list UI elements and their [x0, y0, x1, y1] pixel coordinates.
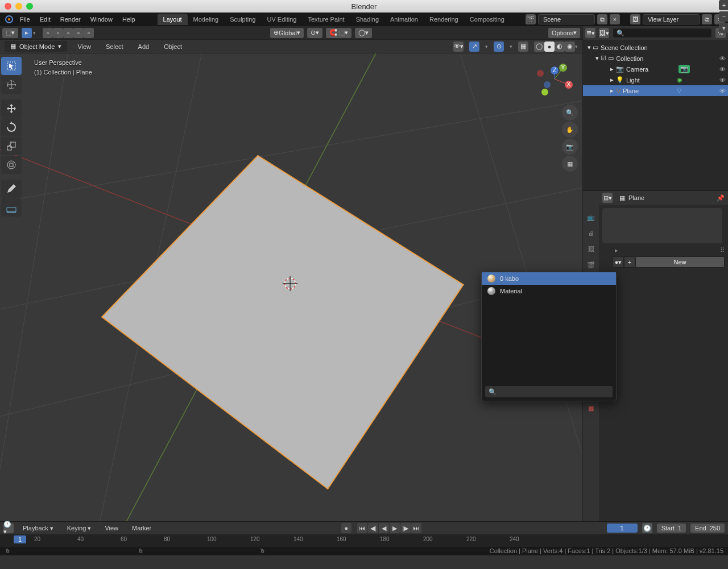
shading-material-icon[interactable]: ◐: [555, 41, 565, 52]
outliner-item-plane[interactable]: ▸▽Plane ▽ 👁: [583, 85, 728, 96]
material-slot-menu-button[interactable]: ▾: [719, 23, 728, 33]
viewport-menu-view[interactable]: View: [73, 41, 96, 52]
tab-compositing[interactable]: Compositing: [464, 14, 510, 25]
timeline-view-menu[interactable]: View: [100, 522, 123, 534]
close-window-button[interactable]: [5, 3, 11, 10]
light-data-icon[interactable]: ◉: [677, 76, 682, 84]
end-frame-input[interactable]: 250: [710, 525, 720, 531]
outliner-item-camera[interactable]: ▸📷Camera 📷 👁: [583, 64, 728, 74]
timeline-playback-menu[interactable]: Playback ▾: [18, 522, 58, 534]
material-option-0-kabo[interactable]: 0 kabo: [482, 272, 616, 285]
xray-toggle-icon[interactable]: ▦: [518, 41, 528, 52]
minimize-window-button[interactable]: [15, 3, 22, 10]
editor-type-icon[interactable]: ⬚▾: [2, 28, 18, 38]
mesh-data-icon[interactable]: ▽: [677, 87, 681, 94]
tool-select-box[interactable]: [1, 57, 22, 75]
tab-sculpting[interactable]: Sculpting: [224, 14, 261, 25]
timeline-keying-menu[interactable]: Keying ▾: [63, 522, 96, 534]
visibility-toggle-icon[interactable]: 👁: [719, 88, 726, 94]
properties-breadcrumb[interactable]: Plane: [628, 194, 644, 201]
jump-next-keyframe-button[interactable]: |▶: [400, 523, 411, 533]
selmode-subtract-icon[interactable]: ▫: [63, 28, 73, 38]
mode-dropdown[interactable]: ▦ Object Mode ▾: [5, 41, 67, 52]
viewport-menu-object[interactable]: Object: [159, 41, 187, 52]
jump-prev-keyframe-button[interactable]: ◀|: [368, 523, 378, 533]
outliner-search-input[interactable]: 🔍: [613, 28, 712, 38]
overlays-toggle-icon[interactable]: ⊙: [494, 41, 504, 52]
current-frame-input[interactable]: 1: [607, 524, 638, 533]
prop-tab-texture[interactable]: ▩: [583, 400, 599, 416]
frame-lock-icon[interactable]: 🕐: [642, 523, 652, 533]
gizmos-toggle-icon[interactable]: ↗: [469, 41, 479, 52]
tab-uv-editing[interactable]: UV Editing: [261, 14, 302, 25]
viewport-menu-add[interactable]: Add: [134, 41, 154, 52]
tab-texture-paint[interactable]: Texture Paint: [302, 14, 350, 25]
orientation-dropdown[interactable]: ⊕ Global ▾: [270, 28, 304, 38]
menu-file[interactable]: File: [15, 14, 35, 25]
menu-edit[interactable]: Edit: [35, 14, 55, 25]
scene-browse-icon[interactable]: 🎬: [526, 14, 536, 24]
drag-handle-icon[interactable]: ⠿: [720, 247, 725, 254]
selmode-new-icon[interactable]: ▫: [43, 28, 53, 38]
options-dropdown[interactable]: Options ▾: [548, 28, 580, 38]
viewlayer-browse-icon[interactable]: 🖼: [630, 14, 640, 24]
material-slot-list[interactable]: [602, 208, 722, 243]
visibility-toggle-icon[interactable]: 👁: [719, 77, 726, 84]
blender-logo-icon[interactable]: [3, 14, 15, 25]
outliner-display-icon[interactable]: 🖼▾: [599, 28, 609, 38]
fullscreen-window-button[interactable]: [26, 3, 33, 10]
viewlayer-copy-icon[interactable]: ⧉: [702, 14, 712, 24]
tool-measure[interactable]: [1, 198, 22, 217]
perspective-toggle-icon[interactable]: ▦: [562, 156, 578, 172]
tool-cursor[interactable]: [1, 76, 22, 94]
viewlayer-input[interactable]: [643, 14, 700, 24]
play-reverse-button[interactable]: ◀: [379, 523, 389, 533]
proportional-edit-icon[interactable]: ◯▾: [355, 28, 372, 38]
pan-icon[interactable]: ✋: [562, 122, 578, 138]
material-search-box[interactable]: 🔍: [485, 386, 613, 397]
selmode-intersect-icon[interactable]: ▫: [84, 28, 94, 38]
material-search-input[interactable]: [499, 388, 609, 395]
material-new-button[interactable]: New: [635, 256, 725, 268]
select-tool-icon[interactable]: ▸: [22, 28, 32, 38]
properties-type-icon[interactable]: ⊞▾: [602, 193, 613, 203]
outliner-type-icon[interactable]: ≣▾: [585, 28, 595, 38]
outliner-collection[interactable]: ▾ ☑ ▭Collection 👁: [583, 53, 728, 64]
tool-scale[interactable]: [1, 137, 22, 155]
shading-rendered-icon[interactable]: ◉: [565, 41, 575, 52]
prop-tab-viewlayer[interactable]: 🖼: [583, 241, 599, 257]
pin-icon[interactable]: 📌: [717, 194, 725, 202]
material-add-button[interactable]: +: [624, 256, 635, 268]
zoom-icon[interactable]: 🔍: [562, 105, 578, 121]
scene-name-input[interactable]: [538, 14, 595, 24]
selmode-invert-icon[interactable]: ▫: [73, 28, 84, 38]
tab-shading[interactable]: Shading: [350, 14, 384, 25]
material-slot-remove-button[interactable]: −: [719, 11, 728, 22]
orientation-gizmo[interactable]: X Y Z: [535, 59, 574, 99]
selmode-extend-icon[interactable]: ▫: [53, 28, 63, 38]
material-option-material[interactable]: Material: [482, 285, 616, 297]
tool-transform[interactable]: [1, 156, 22, 174]
snap-dropdown[interactable]: 🧲 ⬚▾: [326, 28, 351, 38]
visibility-toggle-icon[interactable]: 👁: [719, 55, 726, 62]
camera-view-icon[interactable]: 📷: [562, 139, 578, 155]
expand-icon[interactable]: ▸: [615, 247, 618, 254]
camera-data-icon[interactable]: 📷: [679, 65, 690, 73]
prop-tab-scene[interactable]: 🎬: [583, 257, 599, 273]
start-frame-input[interactable]: 1: [678, 525, 681, 531]
tool-rotate[interactable]: [1, 118, 22, 136]
tool-move[interactable]: [1, 99, 22, 118]
prop-tab-output[interactable]: 🖨: [583, 225, 599, 241]
timeline-ruler[interactable]: 1 20406080100120140160180200220240: [0, 534, 728, 547]
pivot-dropdown[interactable]: ⊙▾: [307, 28, 322, 38]
material-slot-add-button[interactable]: +: [719, 0, 728, 10]
prop-tab-render[interactable]: 📺: [583, 209, 599, 225]
menu-help[interactable]: Help: [118, 14, 140, 25]
outliner-scene-collection[interactable]: ▾ ▭ Scene Collection: [583, 42, 728, 53]
visibility-icon[interactable]: 👁▾: [453, 41, 464, 52]
material-browse-button[interactable]: ●▾: [613, 256, 624, 268]
tab-layout[interactable]: Layout: [158, 14, 188, 25]
jump-end-button[interactable]: ⏭: [411, 523, 421, 533]
scene-copy-icon[interactable]: ⧉: [597, 14, 607, 24]
autokey-button[interactable]: ●: [341, 523, 351, 533]
